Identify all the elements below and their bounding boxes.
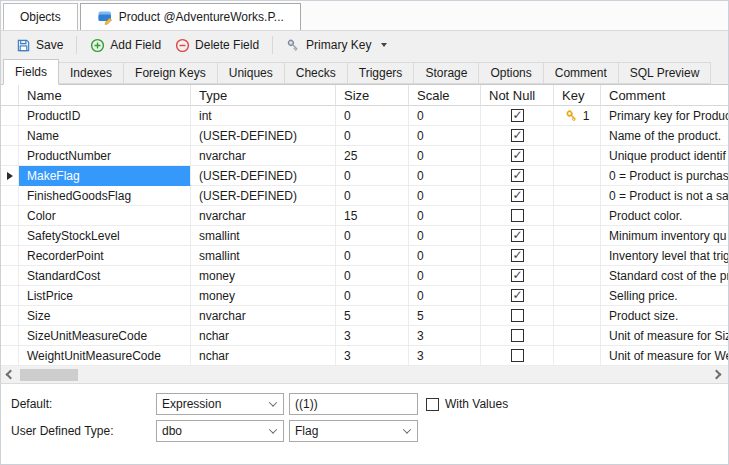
cell-comment[interactable]: Unit of measure for Siz [601,326,728,346]
cell-key[interactable] [554,206,601,226]
cell-key[interactable] [554,246,601,266]
cell-type[interactable]: (USER-DEFINED) [191,186,336,206]
row-selector-gutter[interactable] [1,346,19,366]
cell-size[interactable]: 0 [336,106,409,126]
cell-scale[interactable]: 5 [409,306,481,326]
tab-storage[interactable]: Storage [413,62,479,84]
udt-schema-select[interactable]: dbo [156,420,284,442]
cell-comment[interactable]: Product color. [601,206,728,226]
cell-scale[interactable]: 0 [409,106,481,126]
tab-uniques[interactable]: Uniques [217,62,285,84]
cell-scale[interactable]: 0 [409,126,481,146]
add-field-button[interactable]: Add Field [83,35,168,56]
cell-type[interactable]: nvarchar [191,306,336,326]
cell-type[interactable]: (USER-DEFINED) [191,166,336,186]
cell-field-name[interactable]: MakeFlag [19,166,191,186]
not-null-checkbox[interactable] [511,169,524,182]
cell-type[interactable]: money [191,266,336,286]
cell-not-null[interactable] [481,326,554,346]
cell-field-name[interactable]: ProductNumber [19,146,191,166]
not-null-checkbox[interactable] [511,129,524,142]
cell-field-name[interactable]: RecorderPoint [19,246,191,266]
cell-type[interactable]: money [191,286,336,306]
delete-field-button[interactable]: Delete Field [168,35,266,56]
cell-comment[interactable]: 0 = Product is not a sal [601,186,728,206]
table-row[interactable]: SizeUnitMeasureCode nchar 3 3 Unit of [1,326,728,346]
cell-size[interactable]: 0 [336,166,409,186]
table-row[interactable]: Size nvarchar 5 5 Product size. [1,306,728,326]
tab-sql-preview[interactable]: SQL Preview [618,62,712,84]
cell-not-null[interactable] [481,106,554,126]
cell-scale[interactable]: 0 [409,146,481,166]
table-row[interactable]: FinishedGoodsFlag (USER-DEFINED) 0 0 0 [1,186,728,206]
col-header-name[interactable]: Name [19,85,191,106]
col-header-scale[interactable]: Scale [409,85,481,106]
table-row[interactable]: ProductID int 0 0 1 Primary key for Pro [1,106,728,126]
cell-field-name[interactable]: ProductID [19,106,191,126]
not-null-checkbox[interactable] [511,309,524,322]
table-row[interactable]: MakeFlag (USER-DEFINED) 0 0 0 = Produc [1,166,728,186]
tab-indexes[interactable]: Indexes [58,62,124,84]
cell-field-name[interactable]: Size [19,306,191,326]
cell-type[interactable]: int [191,106,336,126]
cell-comment[interactable]: Unique product identif [601,146,728,166]
default-kind-select[interactable]: Expression [156,393,284,415]
row-selector-gutter[interactable] [1,106,19,126]
not-null-checkbox[interactable] [511,209,524,222]
row-selector-gutter[interactable] [1,326,19,346]
not-null-checkbox[interactable] [511,189,524,202]
row-selector-gutter[interactable] [1,126,19,146]
tab-fields[interactable]: Fields [3,59,59,85]
cell-comment[interactable]: Primary key for Produc [601,106,728,126]
cell-comment[interactable]: Product size. [601,306,728,326]
cell-type[interactable]: (USER-DEFINED) [191,126,336,146]
cell-key[interactable]: 1 [554,106,601,126]
col-header-size[interactable]: Size [336,85,409,106]
cell-size[interactable]: 15 [336,206,409,226]
col-header-key[interactable]: Key [554,85,601,106]
tab-triggers[interactable]: Triggers [347,62,415,84]
cell-type[interactable]: nchar [191,326,336,346]
cell-not-null[interactable] [481,146,554,166]
cell-scale[interactable]: 0 [409,206,481,226]
tab-comment[interactable]: Comment [543,62,619,84]
cell-field-name[interactable]: ListPrice [19,286,191,306]
cell-scale[interactable]: 0 [409,286,481,306]
row-selector-gutter[interactable] [1,166,19,186]
not-null-checkbox[interactable] [511,109,524,122]
table-row[interactable]: RecorderPoint smallint 0 0 Inventory l [1,246,728,266]
cell-field-name[interactable]: Name [19,126,191,146]
with-values-checkbox[interactable] [426,398,439,411]
cell-field-name[interactable]: SafetyStockLevel [19,226,191,246]
cell-scale[interactable]: 3 [409,326,481,346]
row-selector-gutter[interactable] [1,306,19,326]
cell-size[interactable]: 0 [336,266,409,286]
table-row[interactable]: StandardCost money 0 0 Standard cost o [1,266,728,286]
cell-size[interactable]: 0 [336,286,409,306]
tab-foreign-keys[interactable]: Foreign Keys [123,62,218,84]
cell-scale[interactable]: 3 [409,346,481,366]
udt-type-select[interactable]: Flag [289,420,418,442]
cell-key[interactable] [554,226,601,246]
cell-not-null[interactable] [481,206,554,226]
cell-key[interactable] [554,166,601,186]
col-header-not-null[interactable]: Not Null [481,85,554,106]
cell-size[interactable]: 0 [336,226,409,246]
cell-not-null[interactable] [481,126,554,146]
not-null-checkbox[interactable] [511,249,524,262]
row-selector-gutter[interactable] [1,246,19,266]
tab-checks[interactable]: Checks [284,62,348,84]
cell-not-null[interactable] [481,226,554,246]
primary-key-button[interactable]: Primary Key [279,35,394,56]
table-row[interactable]: ProductNumber nvarchar 25 0 Unique pro [1,146,728,166]
cell-key[interactable] [554,326,601,346]
cell-field-name[interactable]: StandardCost [19,266,191,286]
not-null-checkbox[interactable] [511,329,524,342]
cell-size[interactable]: 0 [336,186,409,206]
cell-comment[interactable]: Inventory level that trig [601,246,728,266]
row-selector-gutter[interactable] [1,286,19,306]
cell-scale[interactable]: 0 [409,246,481,266]
cell-key[interactable] [554,186,601,206]
col-header-type[interactable]: Type [191,85,336,106]
not-null-checkbox[interactable] [511,149,524,162]
